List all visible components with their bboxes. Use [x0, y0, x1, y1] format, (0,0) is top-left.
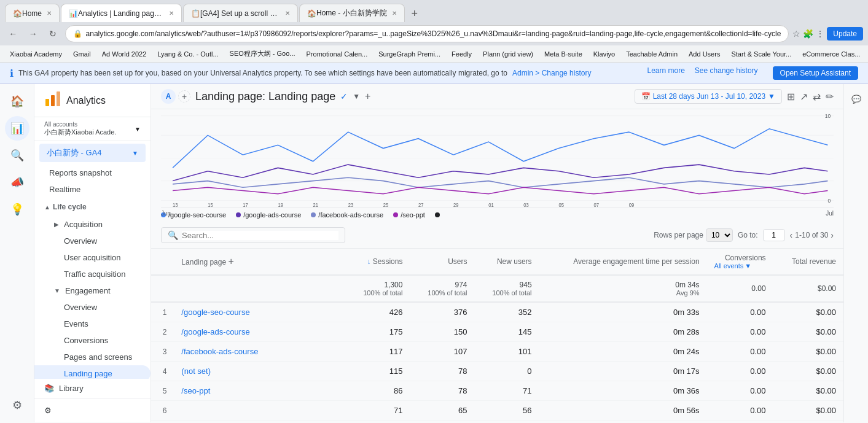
bookmark-gmail[interactable]: Gmail: [68, 49, 96, 59]
goto-input[interactable]: [763, 229, 785, 241]
sidebar-item-realtime[interactable]: Realtime: [34, 181, 151, 198]
advertising-nav-icon[interactable]: 📣: [5, 170, 29, 195]
date-range-selector[interactable]: 📅 Last 28 days Jun 13 - Jul 10, 2023 ▼: [635, 89, 782, 104]
landing-page-label: Landing page: [64, 369, 112, 378]
sidebar-engagement-header[interactable]: ▼ Engagement: [34, 282, 151, 299]
share-icon[interactable]: ↗: [800, 91, 808, 103]
chat-button[interactable]: 💬: [846, 89, 866, 109]
see-change-history-link[interactable]: See change history: [695, 66, 758, 80]
row-page[interactable]: /google-seo-course: [174, 302, 345, 322]
tab-close[interactable]: ✕: [169, 10, 174, 17]
bookmark-promotional[interactable]: Promotional Calen...: [302, 49, 373, 59]
bookmark-feedly[interactable]: Feedly: [447, 49, 477, 59]
compare-icon[interactable]: ⇄: [813, 91, 821, 103]
bookmark-icon[interactable]: ☆: [792, 29, 800, 39]
tab-home[interactable]: 🏠 Home ✕: [5, 4, 60, 22]
bookmark-addusers[interactable]: Add Users: [684, 49, 725, 59]
edit-icon[interactable]: ✏: [826, 91, 834, 103]
next-page-button[interactable]: ›: [831, 230, 834, 240]
sidebar-item-library[interactable]: 📚 Library: [34, 379, 151, 398]
tab-ga4[interactable]: 📋 [GA4] Set up a scroll convers... ✕: [183, 4, 298, 22]
add-comparison-button[interactable]: +: [178, 90, 190, 103]
admin-link[interactable]: Admin > Change history: [512, 69, 591, 77]
back-button[interactable]: ←: [5, 25, 22, 42]
update-button[interactable]: Update: [827, 27, 863, 41]
row-page[interactable]: [174, 401, 345, 421]
row-page[interactable]: (not set): [174, 362, 345, 381]
all-events-button[interactable]: All events ▼: [714, 262, 766, 270]
bookmark-meta[interactable]: Meta B-suite: [539, 49, 587, 59]
row-page[interactable]: /: [174, 421, 345, 423]
sidebar-item-conversions[interactable]: Conversions: [34, 332, 151, 349]
col-header-users[interactable]: Users: [410, 249, 474, 275]
sidebar-item-landing-page[interactable]: Landing page: [34, 365, 151, 379]
extensions-icon[interactable]: 🧩: [803, 29, 813, 39]
bookmark-lyang[interactable]: Lyang & Co. - Outl...: [152, 49, 223, 59]
tab-close[interactable]: ✕: [47, 10, 52, 17]
row-avg-engagement: 0m 55s: [539, 421, 707, 423]
tab-close[interactable]: ✕: [285, 10, 290, 17]
row-page[interactable]: /facebook-ads-course: [174, 342, 345, 362]
menu-icon[interactable]: ⋮: [816, 29, 824, 39]
search-icon: 🔍: [168, 230, 178, 240]
rows-per-page-select[interactable]: 10 25 50: [706, 228, 733, 242]
forward-button[interactable]: →: [25, 25, 42, 42]
report-header: A + Landing page: Landing page ✓ ▼ + 📅 L…: [151, 84, 843, 109]
explore-nav-icon[interactable]: 🔍: [5, 143, 29, 168]
sidebar-item-traffic-acquisition[interactable]: Traffic acquisition: [34, 266, 151, 282]
sidebar-acquisition-header[interactable]: ▶ Acquisition: [34, 216, 151, 233]
sidebar-item-engagement-overview[interactable]: Overview: [34, 299, 151, 316]
summary-sessions: 1,300 100% of total: [345, 275, 410, 302]
row-page[interactable]: /seo-ppt: [174, 381, 345, 401]
col-header-conversions[interactable]: Conversions All events ▼: [707, 249, 773, 275]
admin-nav-icon[interactable]: ⚙: [5, 393, 29, 417]
bookmark-xiaobai-academy[interactable]: Xiaobai Academy: [5, 49, 67, 59]
svg-text:17: 17: [243, 203, 248, 207]
search-input[interactable]: [182, 231, 338, 240]
address-bar[interactable]: 🔒 analytics.google.com/analytics/web/?au…: [65, 25, 789, 42]
table-row: 1 /google-seo-course 426 376 352 0m 33s …: [151, 302, 843, 322]
sidebar-item-user-acquisition[interactable]: User acquisition: [34, 249, 151, 266]
col-header-landing-page[interactable]: Landing page +: [174, 249, 345, 275]
report-settings-chevron-icon[interactable]: ▼: [353, 92, 360, 101]
add-to-report-button[interactable]: +: [365, 91, 370, 102]
learn-more-link[interactable]: Learn more: [647, 66, 684, 80]
grid-view-icon[interactable]: ⊞: [787, 91, 795, 103]
property-name: All accounts 小白新势Xiaobai Acade.: [44, 121, 116, 137]
tab-analytics[interactable]: 📊 Analytics | Landing page: Landing page…: [61, 4, 182, 22]
sidebar-item-acquisition-overview[interactable]: Overview: [34, 233, 151, 249]
home-nav-icon[interactable]: 🏠: [5, 89, 29, 114]
tab-close[interactable]: ✕: [392, 10, 397, 17]
bookmark-klaviyo[interactable]: Klaviyo: [588, 49, 620, 59]
sidebar-settings-item[interactable]: ⚙: [44, 403, 141, 417]
reload-button[interactable]: ↻: [45, 25, 61, 42]
open-setup-assistant-button[interactable]: Open Setup Assistant: [773, 66, 858, 80]
bookmark-surgegraph[interactable]: SurgeGraph Premi...: [373, 49, 445, 59]
property-ga4-selector[interactable]: 小白新势 - GA4 ▼: [39, 144, 146, 162]
row-page[interactable]: /google-ads-course: [174, 322, 345, 342]
bookmark-startscale[interactable]: Start & Scale Your...: [726, 49, 796, 59]
col-header-new-users[interactable]: New users: [475, 249, 539, 275]
sidebar-item-events[interactable]: Events: [34, 316, 151, 332]
bookmark-teachable[interactable]: Teachable Admin: [621, 49, 682, 59]
add-column-button[interactable]: +: [228, 256, 233, 266]
reports-nav-icon[interactable]: 📊: [5, 116, 29, 141]
bookmark-ecommerce[interactable]: eCommerce Clas...: [797, 49, 865, 59]
sidebar-lifecycle-header[interactable]: ▲ Life cycle: [34, 198, 151, 216]
bookmark-adworld[interactable]: Ad World 2022: [97, 49, 152, 59]
new-tab-button[interactable]: +: [406, 5, 423, 22]
col-header-total-revenue[interactable]: Total revenue: [773, 249, 843, 275]
sidebar-item-reports-snapshot[interactable]: Reports snapshot: [34, 165, 151, 181]
sidebar-item-pages-and-screens[interactable]: Pages and screens: [34, 349, 151, 365]
search-box[interactable]: 🔍: [161, 227, 345, 243]
property-selector[interactable]: All accounts 小白新势Xiaobai Acade. ▼: [34, 117, 151, 141]
bookmark-seo[interactable]: SEO程序大纲 - Goo...: [225, 48, 300, 60]
sidebar-icon-bar: 🏠 📊 🔍 📣 💡 ⚙: [0, 84, 34, 422]
tab-home2[interactable]: 🏠 Home - 小白新势学院 ✕: [299, 4, 405, 22]
bookmark-plann[interactable]: Plann (grid view): [478, 49, 538, 59]
insights-nav-icon[interactable]: 💡: [5, 197, 29, 222]
col-header-sessions[interactable]: ↓ Sessions: [345, 249, 410, 275]
prev-page-button[interactable]: ‹: [790, 230, 793, 240]
date-range-chevron-icon: ▼: [768, 92, 775, 101]
col-header-avg-engagement[interactable]: Average engagement time per session: [539, 249, 707, 275]
